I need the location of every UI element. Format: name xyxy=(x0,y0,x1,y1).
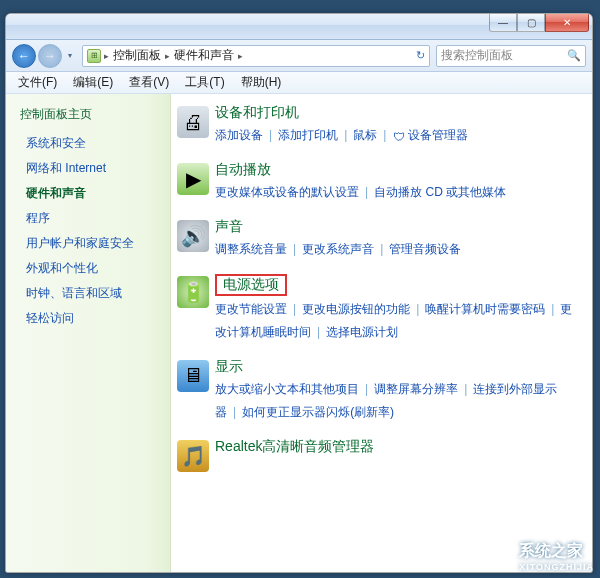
category: 🔋电源选项更改节能设置|更改电源按钮的功能|唤醒计算机时需要密码|更改计算机睡眠… xyxy=(175,274,580,344)
category-link[interactable]: 如何更正显示器闪烁(刷新率) xyxy=(242,405,394,419)
separator: | xyxy=(458,382,473,396)
category-link[interactable]: 更改媒体或设备的默认设置 xyxy=(215,185,359,199)
category-title[interactable]: 显示 xyxy=(215,358,243,376)
separator: | xyxy=(287,242,302,256)
chevron-right-icon[interactable]: ▸ xyxy=(103,51,110,61)
close-button[interactable]: ✕ xyxy=(545,14,589,32)
menu-file[interactable]: 文件(F) xyxy=(12,72,63,93)
menu-help[interactable]: 帮助(H) xyxy=(235,72,288,93)
category-link[interactable]: 更改系统声音 xyxy=(302,242,374,256)
category-links: 更改节能设置|更改电源按钮的功能|唤醒计算机时需要密码|更改计算机睡眠时间|选择… xyxy=(215,298,580,344)
category-icon: 🔋 xyxy=(177,276,209,308)
separator: | xyxy=(545,302,560,316)
category-link[interactable]: 更改电源按钮的功能 xyxy=(302,302,410,316)
breadcrumb[interactable]: ⊞ ▸ 控制面板 ▸ 硬件和声音 ▸ ↻ xyxy=(82,45,430,67)
category-link[interactable]: 选择电源计划 xyxy=(326,325,398,339)
separator: | xyxy=(311,325,326,339)
sidebar-item[interactable]: 硬件和声音 xyxy=(20,181,160,206)
forward-button[interactable]: → xyxy=(38,44,62,68)
sidebar-item[interactable]: 外观和个性化 xyxy=(20,256,160,281)
category-icon: ▶ xyxy=(177,163,209,195)
category-links: 放大或缩小文本和其他项目|调整屏幕分辨率|连接到外部显示器|如何更正显示器闪烁(… xyxy=(215,378,580,424)
category-title[interactable]: 设备和打印机 xyxy=(215,104,299,122)
nav-buttons: ← → ▾ xyxy=(12,44,76,68)
separator: | xyxy=(359,382,374,396)
category-link[interactable]: 管理音频设备 xyxy=(389,242,461,256)
sidebar-item[interactable]: 用户帐户和家庭安全 xyxy=(20,231,160,256)
category-links: 添加设备|添加打印机|鼠标|🛡设备管理器 xyxy=(215,124,580,147)
category-link[interactable]: 调整系统音量 xyxy=(215,242,287,256)
category-icon: 🔊 xyxy=(177,220,209,252)
refresh-icon[interactable]: ↻ xyxy=(416,49,425,62)
separator: | xyxy=(374,242,389,256)
category-title[interactable]: 声音 xyxy=(215,218,243,236)
sidebar-item[interactable]: 轻松访问 xyxy=(20,306,160,331)
address-bar: ← → ▾ ⊞ ▸ 控制面板 ▸ 硬件和声音 ▸ ↻ 搜索控制面板 🔍 xyxy=(6,40,592,72)
menu-bar: 文件(F) 编辑(E) 查看(V) 工具(T) 帮助(H) xyxy=(6,72,592,94)
menu-tools[interactable]: 工具(T) xyxy=(179,72,230,93)
minimize-button[interactable]: — xyxy=(489,14,517,32)
control-panel-window: — ▢ ✕ ← → ▾ ⊞ ▸ 控制面板 ▸ 硬件和声音 ▸ ↻ 搜索控制面板 … xyxy=(5,13,593,573)
back-button[interactable]: ← xyxy=(12,44,36,68)
category-link[interactable]: 放大或缩小文本和其他项目 xyxy=(215,382,359,396)
separator: | xyxy=(377,128,392,142)
chevron-right-icon[interactable]: ▸ xyxy=(164,51,171,61)
category-title[interactable]: Realtek高清晰音频管理器 xyxy=(215,438,374,456)
nav-history-dropdown[interactable]: ▾ xyxy=(64,46,76,66)
separator: | xyxy=(359,185,374,199)
control-panel-icon: ⊞ xyxy=(87,49,101,63)
category-link[interactable]: 鼠标 xyxy=(353,128,377,142)
separator: | xyxy=(338,128,353,142)
separator: | xyxy=(227,405,242,419)
search-icon[interactable]: 🔍 xyxy=(567,49,581,62)
separator: | xyxy=(410,302,425,316)
sidebar-home[interactable]: 控制面板主页 xyxy=(20,106,160,123)
category: 🖥显示放大或缩小文本和其他项目|调整屏幕分辨率|连接到外部显示器|如何更正显示器… xyxy=(175,358,580,424)
search-placeholder: 搜索控制面板 xyxy=(441,47,567,64)
chevron-right-icon[interactable]: ▸ xyxy=(237,51,244,61)
sidebar-item[interactable]: 时钟、语言和区域 xyxy=(20,281,160,306)
category-icon: 🎵 xyxy=(177,440,209,472)
separator: | xyxy=(263,128,278,142)
category: ▶自动播放更改媒体或设备的默认设置|自动播放 CD 或其他媒体 xyxy=(175,161,580,204)
shield-icon: 🛡 xyxy=(392,130,406,144)
sidebar: 控制面板主页 系统和安全网络和 Internet硬件和声音程序用户帐户和家庭安全… xyxy=(6,94,171,572)
category-link[interactable]: 调整屏幕分辨率 xyxy=(374,382,458,396)
category-link[interactable]: 添加设备 xyxy=(215,128,263,142)
menu-view[interactable]: 查看(V) xyxy=(123,72,175,93)
category: 🎵Realtek高清晰音频管理器 xyxy=(175,438,580,472)
category-link[interactable]: 自动播放 CD 或其他媒体 xyxy=(374,185,506,199)
breadcrumb-seg-control-panel[interactable]: 控制面板 xyxy=(110,47,164,64)
window-controls: — ▢ ✕ xyxy=(489,14,589,32)
category-link[interactable]: 唤醒计算机时需要密码 xyxy=(425,302,545,316)
category-title[interactable]: 自动播放 xyxy=(215,161,271,179)
category-title[interactable]: 电源选项 xyxy=(215,274,287,296)
sidebar-item[interactable]: 系统和安全 xyxy=(20,131,160,156)
category-link[interactable]: 设备管理器 xyxy=(408,128,468,142)
maximize-button[interactable]: ▢ xyxy=(517,14,545,32)
separator: | xyxy=(287,302,302,316)
category-icon: 🖥 xyxy=(177,360,209,392)
window-body: 控制面板主页 系统和安全网络和 Internet硬件和声音程序用户帐户和家庭安全… xyxy=(6,94,592,572)
search-input[interactable]: 搜索控制面板 🔍 xyxy=(436,45,586,67)
category-link[interactable]: 更改节能设置 xyxy=(215,302,287,316)
sidebar-item[interactable]: 网络和 Internet xyxy=(20,156,160,181)
category-links: 更改媒体或设备的默认设置|自动播放 CD 或其他媒体 xyxy=(215,181,580,204)
sidebar-item[interactable]: 程序 xyxy=(20,206,160,231)
category-icon: 🖨 xyxy=(177,106,209,138)
content-area: 🖨设备和打印机添加设备|添加打印机|鼠标|🛡设备管理器▶自动播放更改媒体或设备的… xyxy=(171,94,592,572)
breadcrumb-seg-hardware-sound[interactable]: 硬件和声音 xyxy=(171,47,237,64)
titlebar[interactable]: — ▢ ✕ xyxy=(6,14,592,40)
category-links: 调整系统音量|更改系统声音|管理音频设备 xyxy=(215,238,580,261)
category-link[interactable]: 添加打印机 xyxy=(278,128,338,142)
category: 🔊声音调整系统音量|更改系统声音|管理音频设备 xyxy=(175,218,580,261)
menu-edit[interactable]: 编辑(E) xyxy=(67,72,119,93)
category: 🖨设备和打印机添加设备|添加打印机|鼠标|🛡设备管理器 xyxy=(175,104,580,147)
